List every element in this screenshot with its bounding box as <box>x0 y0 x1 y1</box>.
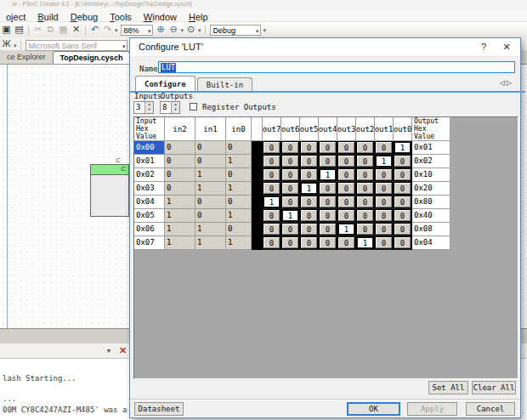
lut-out1-bit-button[interactable]: 0 <box>376 196 392 207</box>
cut-icon[interactable]: ✂ <box>31 22 44 37</box>
lut-input-hex-cell[interactable]: 0x04 <box>134 196 165 209</box>
lut-out6-bit-button[interactable]: 0 <box>282 169 298 180</box>
lut-out1-bit-button[interactable]: 0 <box>376 237 392 248</box>
lut-out5-bit-button[interactable]: 1 <box>301 183 317 194</box>
lut-out1-bit-button[interactable]: 0 <box>376 224 392 235</box>
ok-button[interactable]: OK <box>347 402 400 416</box>
schematic-component[interactable]: C <box>90 164 129 217</box>
lut-out4-bit-button[interactable]: 1 <box>320 169 336 180</box>
lut-out1-bit-button[interactable]: 0 <box>376 183 392 194</box>
lut-out7-bit-button[interactable]: 0 <box>264 169 280 180</box>
lut-out4-bit-button[interactable]: 0 <box>320 156 336 167</box>
lut-out5-bit-button[interactable]: 0 <box>301 210 317 221</box>
apply-button[interactable]: Apply <box>407 402 457 416</box>
lut-out0-bit-button[interactable]: 0 <box>394 156 411 167</box>
lut-out4-bit-button[interactable]: 0 <box>320 196 336 207</box>
lut-out5-bit-button[interactable]: 0 <box>301 224 317 235</box>
toolbar-overflow-caret-icon[interactable]: ▾ <box>263 27 268 34</box>
zoom-out-icon[interactable]: ⊖ <box>167 22 180 37</box>
lut-out7-bit-button[interactable]: 0 <box>264 224 280 235</box>
lut-out0-bit-button[interactable]: 0 <box>394 169 411 180</box>
delete-icon[interactable]: ✕ <box>70 22 82 37</box>
lut-out3-bit-button[interactable]: 0 <box>338 210 354 221</box>
lut-input-hex-cell[interactable]: 0x01 <box>134 155 165 168</box>
lut-out1-bit-button[interactable]: 0 <box>376 142 392 153</box>
clear-output-icon[interactable]: ✕ <box>119 345 127 356</box>
lut-out4-bit-button[interactable]: 0 <box>320 210 336 221</box>
lut-out2-bit-button[interactable]: 1 <box>357 237 373 248</box>
lut-out3-bit-button[interactable]: 0 <box>338 183 354 194</box>
outputs-spinner[interactable]: 8 ▲▼ <box>160 101 180 114</box>
copy-icon[interactable]: ⧉ <box>44 22 57 37</box>
tab-prev-icon[interactable]: ◁ <box>500 79 507 87</box>
lut-out5-bit-button[interactable]: 0 <box>301 196 317 207</box>
dialog-tab-built-in[interactable]: Built-in <box>197 77 252 91</box>
dialog-tab-configure[interactable]: Configure <box>135 76 196 91</box>
tab-ce-explorer[interactable]: ce Explorer <box>0 51 53 64</box>
toolbar-overflow-caret-icon[interactable]: ▾ <box>197 27 202 34</box>
lut-out0-bit-button[interactable]: 0 <box>394 237 411 248</box>
lut-input-hex-cell[interactable]: 0x07 <box>134 236 165 250</box>
lut-out7-bit-button[interactable]: 0 <box>264 142 280 153</box>
lut-out4-bit-button[interactable]: 0 <box>320 237 336 248</box>
lut-out1-bit-button[interactable]: 0 <box>376 169 392 180</box>
lut-out2-bit-button[interactable]: 0 <box>357 224 373 235</box>
lut-out3-bit-button[interactable]: 0 <box>338 156 354 167</box>
lut-out2-bit-button[interactable]: 0 <box>357 169 373 180</box>
output-dropdown-caret-icon[interactable]: ▾ <box>107 347 110 355</box>
help-icon[interactable]: ? <box>478 38 490 56</box>
lut-out6-bit-button[interactable]: 1 <box>282 210 298 221</box>
lut-out1-bit-button[interactable]: 0 <box>376 210 392 221</box>
outputs-spinner-arrows[interactable]: ▲▼ <box>171 102 179 113</box>
lut-out1-bit-button[interactable]: 1 <box>376 156 392 167</box>
lut-out3-bit-button[interactable]: 0 <box>338 196 354 207</box>
lut-out5-bit-button[interactable]: 0 <box>301 142 317 153</box>
debug-target-combo[interactable]: Debug▾ <box>210 25 261 36</box>
clear-all-button[interactable]: Clear All <box>472 381 516 394</box>
lut-out3-bit-button[interactable]: 1 <box>338 224 354 235</box>
find-icon[interactable]: ⊙ <box>184 22 197 37</box>
name-input[interactable]: LUT <box>158 61 515 73</box>
set-all-button[interactable]: Set All <box>428 381 468 394</box>
lut-out4-bit-button[interactable]: 0 <box>320 224 336 235</box>
lut-out5-bit-button[interactable]: 0 <box>301 237 317 248</box>
lut-input-hex-cell[interactable]: 0x02 <box>134 168 165 182</box>
register-outputs-checkbox[interactable] <box>190 103 197 111</box>
lut-out3-bit-button[interactable]: 0 <box>338 142 354 153</box>
lut-out7-bit-button[interactable]: 0 <box>264 156 280 167</box>
spinner-up-icon[interactable]: ▲ <box>174 102 178 106</box>
lut-out6-bit-button[interactable]: 0 <box>282 237 298 248</box>
lut-out7-bit-button[interactable]: 1 <box>264 196 280 207</box>
lut-input-hex-cell[interactable]: 0x05 <box>134 209 165 223</box>
lut-out3-bit-button[interactable]: 0 <box>338 237 354 248</box>
lut-out3-bit-button[interactable]: 0 <box>338 169 354 180</box>
lut-out6-bit-button[interactable]: 0 <box>282 196 298 207</box>
lut-out4-bit-button[interactable]: 0 <box>320 142 336 153</box>
lut-out2-bit-button[interactable]: 0 <box>357 210 373 221</box>
inputs-spinner-arrows[interactable]: ▲▼ <box>144 102 153 113</box>
inputs-spinner[interactable]: 3 ▲▼ <box>133 101 154 114</box>
spinner-down-icon[interactable]: ▼ <box>148 107 151 111</box>
lut-out2-bit-button[interactable]: 0 <box>357 196 373 207</box>
lut-out2-bit-button[interactable]: 0 <box>357 142 373 153</box>
lut-out6-bit-button[interactable]: 0 <box>282 156 298 167</box>
spinner-up-icon[interactable]: ▲ <box>148 102 151 106</box>
tab-scroll-arrows[interactable]: ◁▷ <box>500 79 513 87</box>
lut-out5-bit-button[interactable]: 0 <box>301 169 317 180</box>
lut-input-hex-cell[interactable]: 0x00 <box>134 141 165 155</box>
zoom-level-combo[interactable]: 88%▾ <box>121 25 153 36</box>
chevron-down-icon[interactable]: ▾ <box>148 26 151 37</box>
chevron-down-icon[interactable]: ▾ <box>256 26 259 37</box>
lut-out0-bit-button[interactable]: 0 <box>394 196 411 207</box>
tab-next-icon[interactable]: ▷ <box>507 79 513 87</box>
bug-icon[interactable]: Ж <box>0 37 13 50</box>
lut-out5-bit-button[interactable]: 0 <box>301 156 317 167</box>
paste-icon[interactable]: ▦ <box>57 22 70 37</box>
lut-out7-bit-button[interactable]: 0 <box>264 237 280 248</box>
redo-icon[interactable]: ↷ <box>101 22 114 37</box>
lut-out0-bit-button[interactable]: 0 <box>394 224 411 235</box>
lut-out6-bit-button[interactable]: 0 <box>282 142 298 153</box>
print-preview-icon[interactable]: ▤ <box>13 22 26 37</box>
dialog-title-bar[interactable]: Configure 'LUT' ? ✕ <box>130 38 520 57</box>
spinner-down-icon[interactable]: ▼ <box>174 107 178 111</box>
